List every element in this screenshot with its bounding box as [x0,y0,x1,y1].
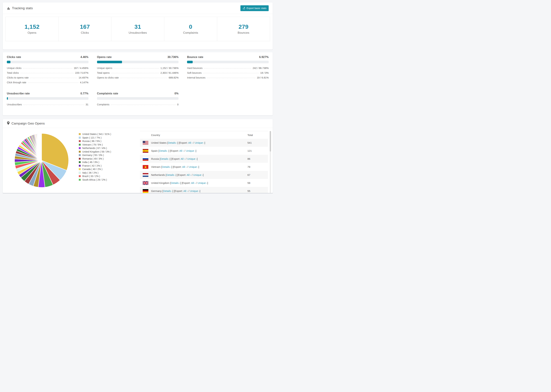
link-punctuation: ] [176,173,177,176]
summary-stat-bounces: 279Bounces [217,17,270,41]
details-link[interactable]: Details › [163,189,172,192]
link-punctuation: / [195,182,198,184]
details-link[interactable]: Details › [160,157,170,160]
export-all-link[interactable]: All › [183,189,188,192]
rate-stat-label: Unique clicks [7,67,21,70]
details-link[interactable]: Details › [166,173,176,176]
details-link[interactable]: Details › [168,141,177,144]
rate-stat-label: Hard bounces [187,67,202,70]
export-unique-link[interactable]: Unique › [198,182,207,184]
rate-title-row: Complaints rate0% [97,92,179,95]
export-all-link[interactable]: All › [188,141,193,144]
rate-stat-label: Opens to clicks rate [97,76,119,79]
rate-stat-row: Unique clicks167 / 4.456% [7,67,88,71]
legend-swatch [79,158,81,160]
export-unique-link[interactable]: Unique › [186,149,196,152]
legend-swatch [79,161,81,163]
rate-stat-value: 1,152 / 30.736% [161,67,179,70]
export-unique-link[interactable]: Unique › [193,173,203,176]
rate-stat-value: 31 [86,103,88,106]
rate-value: 4.46% [80,56,88,59]
details-link[interactable]: Details › [159,149,169,152]
geo-table-country-cell: United States [Details ›] [Export: All ›… [151,141,247,144]
export-unique-link[interactable]: Unique › [189,165,198,168]
legend-label: Vietnam ( 79 / 5% ) [82,143,103,146]
link-punctuation: / [186,165,189,168]
rate-stat-label: Click through rate [7,81,26,84]
geo-table-country-cell: United Kingdom [Details ›] [Export: All … [151,182,247,184]
rate-title: Clicks rate [7,56,21,59]
legend-item-south-africa: South Africa ( 29 / 2% ) [79,178,111,182]
geo-table-total-cell: 121 [247,149,268,152]
legend-item-france: France ( 42 / 2% ) [79,164,111,168]
rate-stat-row: Click through rate4.147% [7,81,88,86]
dotted-leader [120,78,167,78]
details-link[interactable]: Details › [171,182,180,184]
geo-table-country-cell: Vietnam [Details ›] [Export: All › / Uni… [151,165,247,168]
link-punctuation: ] [207,182,208,184]
rate-stat-rows: Unique opens1,152 / 30.736%Total opens2,… [97,67,179,81]
geo-table-total-cell: 67 [247,173,268,176]
legend-item-netherlands: Netherlands ( 67 / 4% ) [79,147,111,150]
rate-title: Opens rate [97,56,112,59]
rate-stat-value: 167 / 4.456% [74,67,88,70]
export-all-link[interactable]: All › [181,157,185,160]
details-link[interactable]: Details › [162,165,171,168]
card-bottom-shadow [3,193,273,194]
link-punctuation: / [184,149,186,152]
rate-value: 30.736% [168,56,179,59]
summary-stat-value: 279 [239,23,248,30]
rate-progress-bar [97,61,179,63]
link-punctuation: [Export: [177,173,187,176]
table-scrollbar-thumb[interactable] [270,131,271,152]
geo-table-row-de: Germany [Details ›] [Export: All › / Uni… [140,187,268,193]
legend-swatch [79,133,81,135]
link-punctuation: ] [177,141,179,144]
rate-title-row: Bounce rate6.927% [187,56,269,59]
geo-table-header-total: Total [247,133,268,136]
export-basic-stats-button[interactable]: Export basic stats [240,5,269,11]
legend-label: Romania ( 49 / 3% ) [82,157,104,160]
link-punctuation: ] [203,173,204,176]
geo-table-row-ru: Russia [Details ›] [Export: All › / Uniq… [140,155,268,163]
link-punctuation: ] [197,157,198,160]
geo-table-header-country: Country [140,133,247,136]
export-unique-link[interactable]: Unique › [190,189,200,192]
geo-table-country-cell: Russia [Details ›] [Export: All › / Uniq… [151,157,247,160]
rate-stat-label: Unsubscribes [7,103,22,106]
legend-label: United States ( 541 / 31% ) [82,133,111,135]
export-unique-link[interactable]: Unique › [187,157,197,160]
legend-label: United Kingdom ( 59 / 3% ) [82,150,111,153]
export-all-link[interactable]: All › [191,182,195,184]
export-all-link[interactable]: All › [182,165,187,168]
summary-stat-value: 0 [189,23,192,30]
legend-item-canada: Canada ( 40 / 2% ) [79,168,111,171]
export-all-link[interactable]: All › [179,149,184,152]
export-all-link[interactable]: All › [187,173,191,176]
rate-stat-row: Hard bounces242 / 86.738% [187,67,269,71]
rate-block-bounce-rate: Bounce rate6.927%Hard bounces242 / 86.73… [187,56,269,86]
bar-chart-icon [7,7,10,10]
legend-swatch [79,144,81,146]
es-flag-icon [143,149,148,153]
rate-stat-value: 242 / 86.738% [253,67,269,70]
rate-progress-bar [7,61,88,63]
tracking-stats-title-text: Tracking stats [12,6,33,10]
rate-title: Bounce rate [187,56,203,59]
rate-value: 0% [175,92,179,95]
geo-table-header-row: CountryTotal [140,131,268,139]
link-punctuation: / [193,141,195,144]
rate-stat-row: Clicks to opens rate14.497% [7,76,88,81]
rate-stat-value: 14.497% [78,76,88,79]
dotted-leader [30,78,77,78]
export-unique-link[interactable]: Unique › [195,141,205,144]
de-flag-icon [143,189,148,193]
legend-label: Netherlands ( 67 / 4% ) [82,147,107,149]
table-scrollbar[interactable] [270,131,271,193]
rate-progress-fill [7,61,10,63]
legend-item-spain: Spain ( 121 / 7% ) [79,136,111,140]
summary-stat-value: 1,152 [24,23,40,30]
geo-opens-table: CountryTotalUnited States [Details ›] [E… [140,131,268,193]
legend-item-italy: Italy ( 36 / 2% ) [79,171,111,175]
rate-progress-fill [7,97,8,100]
